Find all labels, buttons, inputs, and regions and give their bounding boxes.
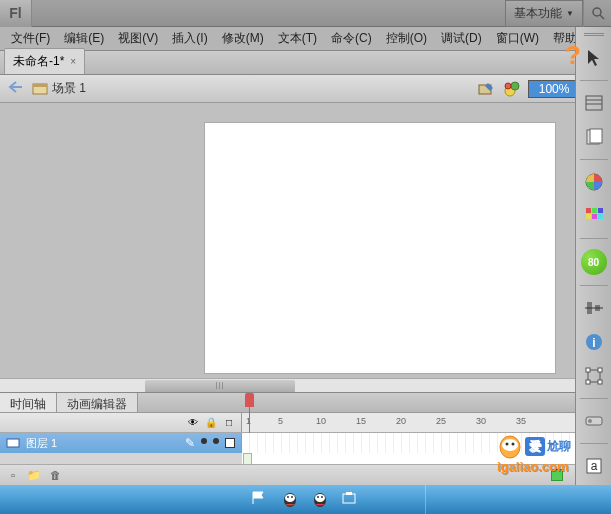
svg-point-42 xyxy=(321,496,323,498)
delete-layer-button[interactable]: 🗑 xyxy=(46,467,64,483)
svg-point-7 xyxy=(505,83,511,89)
menubar: 文件(F) 编辑(E) 视图(V) 插入(I) 修改(M) 文本(T) 命令(C… xyxy=(0,27,611,51)
menu-window[interactable]: 窗口(W) xyxy=(489,27,546,50)
frames-area[interactable] xyxy=(242,433,575,465)
svg-rect-14 xyxy=(586,208,591,213)
edit-bar: 场景 1 ▼ xyxy=(0,75,611,103)
outline-toggle[interactable] xyxy=(225,438,235,448)
timeline-header: 👁 🔒 □ 1 5 10 15 20 25 30 35 xyxy=(0,413,575,433)
svg-rect-19 xyxy=(598,214,603,219)
tray-icon[interactable] xyxy=(341,490,361,510)
ruler-tick: 15 xyxy=(356,416,366,426)
properties-panel-icon[interactable] xyxy=(582,91,606,115)
scene-icon xyxy=(32,81,48,97)
menu-insert[interactable]: 插入(I) xyxy=(165,27,214,50)
scene-name: 场景 1 xyxy=(52,80,476,97)
stage-canvas[interactable] xyxy=(205,123,555,373)
qq-icon-2[interactable] xyxy=(311,490,331,510)
search-button[interactable] xyxy=(583,0,611,27)
color-panel-icon[interactable] xyxy=(582,170,606,194)
panel-dock: 80 i a xyxy=(575,27,611,485)
outline-icon[interactable]: □ xyxy=(223,417,235,429)
library-panel-icon[interactable] xyxy=(582,125,606,149)
frame-ruler[interactable]: 1 5 10 15 20 25 30 35 xyxy=(242,413,575,432)
arrow-tool-icon[interactable] xyxy=(582,46,606,70)
timeline-panel: 时间轴 动画编辑器 👁 🔒 □ 1 5 10 15 20 25 30 35 图层… xyxy=(0,392,575,485)
share-button[interactable]: 80 xyxy=(581,249,607,275)
align-panel-icon[interactable] xyxy=(582,296,606,320)
menu-text[interactable]: 文本(T) xyxy=(271,27,324,50)
svg-point-37 xyxy=(287,496,289,498)
chevron-down-icon: ▼ xyxy=(566,9,574,18)
menu-view[interactable]: 视图(V) xyxy=(111,27,165,50)
svg-rect-26 xyxy=(586,368,590,372)
visibility-icon[interactable]: 👁 xyxy=(187,417,199,429)
lock-toggle[interactable] xyxy=(213,438,219,444)
transform-panel-icon[interactable] xyxy=(582,364,606,388)
ruler-tick: 30 xyxy=(476,416,486,426)
new-layer-button[interactable]: ▫ xyxy=(4,467,22,483)
svg-point-36 xyxy=(285,494,295,502)
timeline-footer: ▫ 📁 🗑 xyxy=(0,464,575,485)
info-panel-icon[interactable]: i xyxy=(582,330,606,354)
edit-scene-icon[interactable] xyxy=(476,79,496,99)
main-area xyxy=(0,103,611,393)
frame-cells[interactable] xyxy=(242,433,575,453)
components-panel-icon[interactable] xyxy=(582,409,606,433)
swatches-panel-icon[interactable] xyxy=(582,204,606,228)
menu-control[interactable]: 控制(O) xyxy=(379,27,434,50)
svg-point-31 xyxy=(588,419,592,423)
horizontal-scrollbar[interactable] xyxy=(0,378,595,393)
menu-modify[interactable]: 修改(M) xyxy=(215,27,271,50)
frame-indicator xyxy=(551,469,563,481)
workspace-label: 基本功能 xyxy=(514,5,562,22)
menu-edit[interactable]: 编辑(E) xyxy=(57,27,111,50)
svg-point-6 xyxy=(511,82,519,90)
lock-icon[interactable]: 🔒 xyxy=(205,417,217,429)
menu-commands[interactable]: 命令(C) xyxy=(324,27,379,50)
dock-handle[interactable] xyxy=(584,33,604,36)
workspace-switcher[interactable]: 基本功能 ▼ xyxy=(505,0,583,27)
layer-name[interactable]: 图层 1 xyxy=(26,436,179,451)
svg-point-40 xyxy=(315,494,325,502)
timeline-layers: 图层 1 ✎ xyxy=(0,433,575,465)
tab-timeline[interactable]: 时间轴 xyxy=(0,393,57,412)
edit-symbol-icon[interactable] xyxy=(502,79,522,99)
ruler-tick: 10 xyxy=(316,416,326,426)
svg-rect-43 xyxy=(343,494,355,503)
tab-motion-editor[interactable]: 动画编辑器 xyxy=(57,393,138,412)
dock-separator xyxy=(580,159,608,160)
menu-debug[interactable]: 调试(D) xyxy=(434,27,489,50)
dock-separator xyxy=(580,398,608,399)
svg-rect-27 xyxy=(598,368,602,372)
layer-row[interactable]: 图层 1 ✎ xyxy=(0,433,242,453)
menu-file[interactable]: 文件(F) xyxy=(4,27,57,50)
layer-type-icon xyxy=(6,436,20,450)
ruler-tick: 25 xyxy=(436,416,446,426)
qq-icon-1[interactable] xyxy=(281,490,301,510)
close-tab-button[interactable]: × xyxy=(70,56,76,67)
document-tab-label: 未命名-1* xyxy=(13,53,64,70)
timeline-tabs: 时间轴 动画编辑器 xyxy=(0,393,575,413)
document-tab[interactable]: 未命名-1* × xyxy=(4,48,85,74)
back-button[interactable] xyxy=(8,80,26,98)
zoom-input[interactable] xyxy=(528,80,580,98)
layer-header: 👁 🔒 □ xyxy=(0,413,242,432)
new-folder-button[interactable]: 📁 xyxy=(25,467,43,483)
svg-rect-29 xyxy=(598,380,602,384)
ruler-tick: 20 xyxy=(396,416,406,426)
flag-icon[interactable] xyxy=(251,490,271,510)
app-logo: Fl xyxy=(0,0,32,27)
windows-taskbar[interactable] xyxy=(0,485,611,514)
svg-rect-8 xyxy=(586,96,602,110)
ruler-tick: 5 xyxy=(278,416,283,426)
visibility-toggle[interactable] xyxy=(201,438,207,444)
svg-text:a: a xyxy=(590,459,597,473)
stage-workspace[interactable] xyxy=(0,103,611,393)
actions-panel-icon[interactable]: a xyxy=(582,454,606,478)
ruler-tick: 35 xyxy=(516,416,526,426)
svg-rect-16 xyxy=(598,208,603,213)
svg-point-41 xyxy=(317,496,319,498)
svg-rect-17 xyxy=(586,214,591,219)
watermark-question: ? xyxy=(565,40,581,71)
